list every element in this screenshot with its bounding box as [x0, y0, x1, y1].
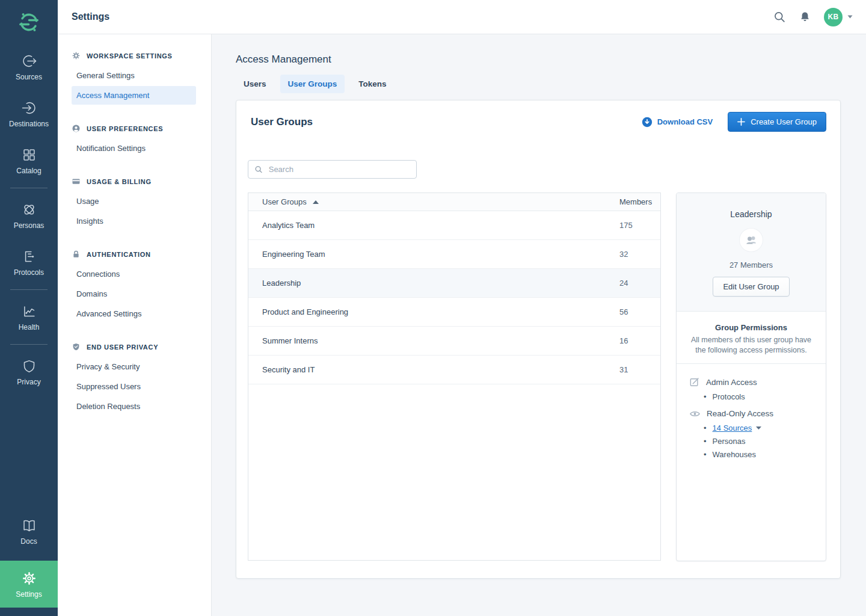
members-count-label: 27 Members	[683, 260, 820, 270]
card-actions: Download CSV Create User Group	[642, 112, 826, 132]
edit-user-group-button[interactable]: Edit User Group	[713, 277, 789, 297]
column-label: User Groups	[262, 197, 307, 206]
personas-icon	[21, 202, 37, 218]
search-icon[interactable]	[773, 10, 786, 23]
subnav-item-access-management[interactable]: Access Management	[72, 86, 196, 105]
table-row[interactable]: Summer Interns 16	[248, 327, 660, 356]
segment-logo[interactable]	[16, 0, 41, 43]
subnav-item-usage[interactable]: Usage	[72, 192, 196, 211]
topbar: Settings KB	[58, 0, 866, 34]
create-user-group-label: Create User Group	[751, 117, 817, 126]
subnav-header-label: AUTHENTICATION	[87, 251, 151, 258]
column-header-user-groups[interactable]: User Groups	[262, 197, 619, 206]
subnav-header-label: USAGE & BILLING	[87, 178, 152, 185]
subnav-item-domains[interactable]: Domains	[72, 285, 196, 303]
tab-users[interactable]: Users	[236, 75, 274, 93]
subnav-header-label: WORKSPACE SETTINGS	[87, 52, 173, 60]
subnav-item-insights[interactable]: Insights	[72, 212, 196, 230]
sidebar-item-label: Settings	[16, 590, 41, 599]
table-row[interactable]: Analytics Team 175	[248, 211, 660, 240]
permissions-description: All members of this user group have the …	[687, 335, 815, 355]
subnav-header-label: USER PREFERENCES	[87, 125, 163, 132]
search-input[interactable]	[268, 164, 410, 174]
download-csv-label: Download CSV	[657, 117, 713, 126]
sidebar-item-sources[interactable]: Sources	[0, 43, 58, 90]
settings-icon	[21, 570, 37, 587]
account-menu[interactable]: KB	[824, 8, 853, 26]
chevron-down-icon[interactable]	[756, 427, 761, 430]
permission-item-label: Warehouses	[713, 450, 757, 459]
subnav-header: WORKSPACE SETTINGS	[58, 48, 211, 66]
bullet: •	[704, 450, 707, 459]
subnav-item-privacy-security[interactable]: Privacy & Security	[72, 357, 196, 376]
subnav-section-end-user-privacy: END USER PRIVACY Privacy & Security Supp…	[58, 339, 211, 416]
avatar: KB	[824, 8, 843, 26]
member-count: 24	[619, 279, 651, 288]
download-icon	[642, 117, 653, 128]
table-and-panel: User Groups Members Analytics Team	[248, 192, 826, 561]
gear-icon	[72, 51, 81, 60]
bullet: •	[704, 424, 707, 433]
plus-icon	[737, 118, 745, 126]
admin-access-group: Admin Access • Protocols	[690, 377, 821, 401]
table-row[interactable]: Product and Engineering 56	[248, 298, 660, 327]
group-name: Product and Engineering	[262, 307, 619, 316]
subnav-item-advanced-settings[interactable]: Advanced Settings	[72, 304, 196, 323]
permission-item: • Personas	[690, 437, 821, 446]
permission-item-label: Protocols	[713, 392, 745, 401]
create-user-group-button[interactable]: Create User Group	[728, 112, 826, 132]
sources-expand-link[interactable]: 14 Sources	[713, 424, 752, 433]
topbar-actions: KB	[773, 8, 853, 26]
subnav-item-suppressed-users[interactable]: Suppressed Users	[72, 377, 196, 396]
sidebar-item-settings[interactable]: Settings	[0, 561, 58, 608]
subnav-item-general-settings[interactable]: General Settings	[72, 66, 196, 85]
sidebar-item-catalog[interactable]: Catalog	[0, 137, 58, 184]
download-csv-link[interactable]: Download CSV	[642, 117, 713, 128]
read-only-access-label: Read-Only Access	[707, 409, 773, 418]
sidebar-item-health[interactable]: Health	[0, 294, 58, 340]
sidebar-item-protocols[interactable]: Protocols	[0, 239, 58, 286]
card-body: User Groups Members Analytics Team	[236, 142, 840, 578]
settings-subnav: WORKSPACE SETTINGS General Settings Acce…	[58, 34, 212, 616]
admin-access-label: Admin Access	[706, 378, 757, 387]
sources-icon	[21, 53, 37, 69]
sidebar-item-destinations[interactable]: Destinations	[0, 90, 58, 137]
subnav-header: USAGE & BILLING	[58, 173, 211, 192]
subnav-item-notification-settings[interactable]: Notification Settings	[72, 139, 196, 158]
catalog-icon	[21, 147, 37, 163]
table-row-selected[interactable]: Leadership 24	[248, 269, 660, 298]
lock-icon	[72, 250, 81, 259]
group-avatar	[740, 229, 763, 251]
member-count: 32	[619, 250, 651, 259]
column-header-members: Members	[619, 197, 651, 206]
subnav-section-workspace: WORKSPACE SETTINGS General Settings Acce…	[58, 48, 211, 105]
user-groups-table: User Groups Members Analytics Team	[248, 192, 661, 561]
permission-item-label: Personas	[713, 437, 746, 446]
page-title: Settings	[72, 11, 109, 22]
access-tabs: Users User Groups Tokens	[236, 75, 841, 93]
subnav-section-user-preferences: USER PREFERENCES Notification Settings	[58, 120, 211, 158]
sidebar-item-docs[interactable]: Docs	[0, 508, 58, 555]
sidebar-item-personas[interactable]: Personas	[0, 192, 58, 239]
tab-user-groups[interactable]: User Groups	[280, 75, 345, 93]
sidebar-item-privacy[interactable]: Privacy	[0, 348, 58, 395]
bullet: •	[704, 392, 707, 401]
bell-icon[interactable]	[799, 10, 811, 23]
health-icon	[21, 303, 37, 319]
sidebar-item-label: Destinations	[9, 120, 49, 128]
bullet: •	[704, 437, 707, 446]
permission-item: • Protocols	[690, 392, 821, 401]
subnav-item-connections[interactable]: Connections	[72, 265, 196, 283]
sidebar-divider	[10, 188, 48, 188]
read-only-access-header: Read-Only Access	[690, 409, 821, 418]
eye-icon	[690, 410, 700, 417]
permission-item: • Warehouses	[690, 450, 821, 459]
group-name: Leadership	[683, 209, 820, 219]
table-row[interactable]: Security and IT 31	[248, 356, 660, 384]
group-icon	[744, 233, 758, 247]
tab-tokens[interactable]: Tokens	[351, 75, 394, 93]
group-name: Summer Interns	[262, 336, 619, 345]
sidebar-item-label: Privacy	[17, 378, 40, 386]
subnav-item-deletion-requests[interactable]: Deletion Requests	[72, 397, 196, 416]
table-row[interactable]: Engineering Team 32	[248, 240, 660, 269]
